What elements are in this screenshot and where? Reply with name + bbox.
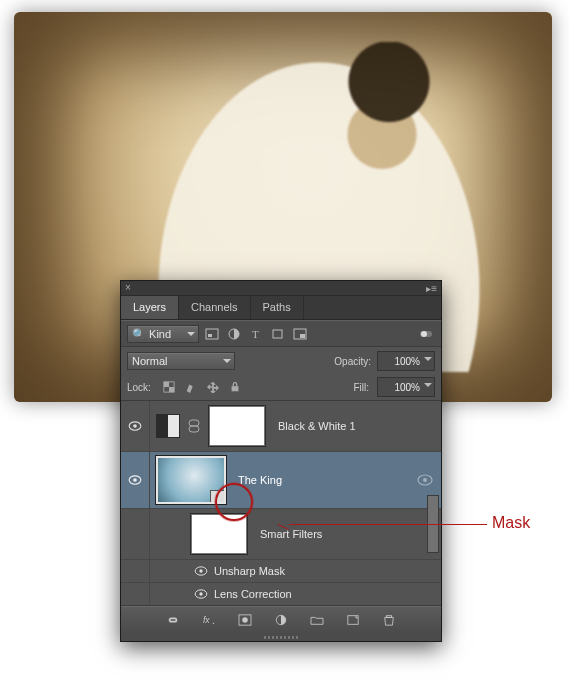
lock-label: Lock: <box>127 382 151 393</box>
blend-mode-select[interactable]: Normal <box>127 352 235 370</box>
svg-point-14 <box>133 424 137 428</box>
blend-row: Normal Opacity: <box>121 347 441 374</box>
layer-style-icon[interactable]: fx <box>198 610 220 630</box>
smart-filters-label: Smart Filters <box>260 528 322 540</box>
layers-list: Black & White 1 The King Smart Filters U… <box>121 401 441 606</box>
new-layer-icon[interactable] <box>342 610 364 630</box>
annotation-line <box>289 524 487 525</box>
svg-text:T: T <box>252 328 259 340</box>
adjustment-layer-icon <box>156 414 180 438</box>
tab-paths[interactable]: Paths <box>251 296 304 319</box>
new-group-icon[interactable] <box>306 610 328 630</box>
lock-row: Lock: Fill: <box>121 374 441 401</box>
add-mask-icon[interactable] <box>234 610 256 630</box>
panel-resize-grip[interactable] <box>121 633 441 641</box>
filter-kind-select[interactable]: 🔍 Kind <box>127 325 199 343</box>
layer-name[interactable]: Black & White 1 <box>278 420 356 432</box>
filter-unsharp-mask[interactable]: Unsharp Mask <box>121 560 441 583</box>
close-icon[interactable]: × <box>125 283 131 293</box>
annotation-label: Mask <box>492 514 530 532</box>
panel-tabs: Layers Channels Paths <box>121 296 441 320</box>
svg-rect-28 <box>386 616 391 618</box>
svg-point-16 <box>133 478 137 482</box>
panel-bottom-toolbar: fx <box>121 606 441 633</box>
lock-pixels-icon[interactable] <box>181 378 201 396</box>
delete-layer-icon[interactable] <box>378 610 400 630</box>
visibility-icon[interactable] <box>128 475 142 485</box>
smart-object-filter-icon[interactable] <box>291 326 309 342</box>
layer-black-white[interactable]: Black & White 1 <box>121 401 441 452</box>
visibility-icon[interactable] <box>194 566 208 576</box>
annotation-circle <box>215 483 253 521</box>
tab-channels[interactable]: Channels <box>179 296 250 319</box>
fill-input[interactable] <box>377 377 435 397</box>
shape-layer-filter-icon[interactable] <box>269 326 287 342</box>
svg-text:fx: fx <box>203 615 210 625</box>
svg-rect-6 <box>300 334 305 338</box>
svg-rect-11 <box>169 387 174 392</box>
filter-toggle-switch[interactable] <box>417 326 435 342</box>
svg-rect-4 <box>273 330 282 338</box>
layer-filter-row: 🔍 Kind T <box>121 320 441 347</box>
svg-point-20 <box>199 569 202 572</box>
mask-link-icon[interactable] <box>188 419 200 433</box>
pixel-layer-filter-icon[interactable] <box>203 326 221 342</box>
opacity-label: Opacity: <box>334 356 371 367</box>
svg-rect-10 <box>164 382 169 387</box>
new-adjustment-layer-icon[interactable] <box>270 610 292 630</box>
tab-layers[interactable]: Layers <box>121 296 179 319</box>
lock-transparent-icon[interactable] <box>159 378 179 396</box>
panel-titlebar[interactable]: × ▸≡ <box>121 281 441 296</box>
link-layers-icon[interactable] <box>162 610 184 630</box>
filter-name[interactable]: Lens Correction <box>214 588 292 600</box>
layers-panel: × ▸≡ Layers Channels Paths 🔍 Kind T Norm… <box>120 280 442 642</box>
layer-mask-thumb[interactable] <box>208 405 266 447</box>
svg-rect-1 <box>208 334 212 337</box>
opacity-input[interactable] <box>377 351 435 371</box>
filter-name[interactable]: Unsharp Mask <box>214 565 285 577</box>
panel-menu-icon[interactable]: ▸≡ <box>426 283 437 294</box>
adjustment-layer-filter-icon[interactable] <box>225 326 243 342</box>
filter-lens-correction[interactable]: Lens Correction <box>121 583 441 606</box>
svg-point-8 <box>421 331 427 337</box>
lock-all-icon[interactable] <box>225 378 245 396</box>
svg-point-25 <box>242 617 247 622</box>
smart-filters-visibility-icon[interactable] <box>417 474 433 486</box>
layer-the-king[interactable]: The King <box>121 452 441 509</box>
svg-point-22 <box>199 592 202 595</box>
svg-rect-12 <box>231 386 238 391</box>
fill-label: Fill: <box>353 382 369 393</box>
layer-name[interactable]: The King <box>238 474 282 486</box>
lock-position-icon[interactable] <box>203 378 223 396</box>
visibility-icon[interactable] <box>128 421 142 431</box>
type-layer-filter-icon[interactable]: T <box>247 326 265 342</box>
svg-point-18 <box>423 478 427 482</box>
smart-filters-row[interactable]: Smart Filters <box>121 509 441 560</box>
visibility-icon[interactable] <box>194 589 208 599</box>
